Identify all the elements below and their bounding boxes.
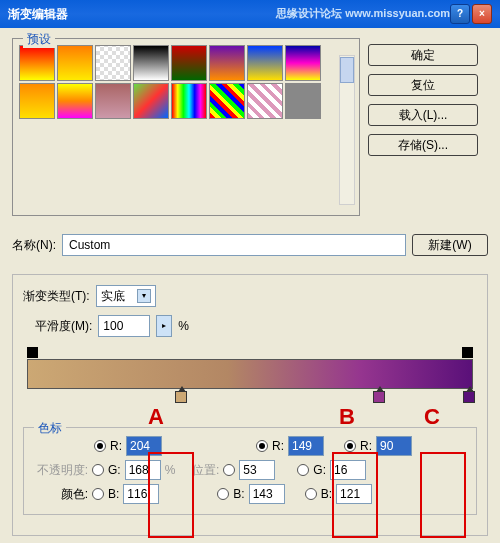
stops-legend: 色标 [34, 420, 66, 437]
marker-c: C [424, 404, 440, 430]
preset-swatch-14[interactable] [247, 83, 283, 119]
preset-swatch-4[interactable] [171, 45, 207, 81]
preset-swatch-15[interactable] [285, 83, 321, 119]
b-input-c[interactable] [336, 484, 372, 504]
b-input-b[interactable] [249, 484, 285, 504]
radio-b-b[interactable] [217, 488, 229, 500]
color-stop-a[interactable] [175, 391, 187, 403]
new-button[interactable]: 新建(W) [412, 234, 488, 256]
preset-swatch-3[interactable] [133, 45, 169, 81]
r-label-c: R: [360, 439, 372, 453]
g-label-c: G: [313, 463, 326, 477]
preset-swatch-10[interactable] [95, 83, 131, 119]
r-input-b[interactable] [288, 436, 324, 456]
preset-swatch-8[interactable] [19, 83, 55, 119]
save-button[interactable]: 存储(S)... [368, 134, 478, 156]
gradient-type-label: 渐变类型(T): [23, 288, 90, 305]
gradient-bar-wrap [27, 347, 473, 403]
b-label-b: B: [233, 487, 244, 501]
name-label: 名称(N): [12, 237, 56, 254]
preset-swatch-7[interactable] [285, 45, 321, 81]
g-input-a[interactable] [125, 460, 161, 480]
ok-button[interactable]: 确定 [368, 44, 478, 66]
preset-swatch-0[interactable] [19, 45, 55, 81]
radio-g-a[interactable] [92, 464, 104, 476]
radio-b-c[interactable] [305, 488, 317, 500]
radio-r-c[interactable] [344, 440, 356, 452]
g-input-b[interactable] [239, 460, 275, 480]
titlebar[interactable]: 渐变编辑器 思缘设计论坛 www.missyuan.com ? × [0, 0, 500, 28]
preset-swatch-1[interactable] [57, 45, 93, 81]
opacity-stop-left[interactable] [27, 347, 38, 358]
color-label: 颜色: [30, 486, 88, 503]
radio-b-a[interactable] [92, 488, 104, 500]
radio-r-a[interactable] [94, 440, 106, 452]
chevron-down-icon: ▾ [137, 289, 151, 303]
marker-b: B [339, 404, 355, 430]
preset-legend: 预设 [23, 31, 55, 48]
preset-swatch-2[interactable] [95, 45, 131, 81]
radio-r-b[interactable] [256, 440, 268, 452]
gradient-section: 渐变类型(T): 实底 ▾ 平滑度(M): 100 ▸ % [12, 274, 488, 536]
position-label-b: 位置: [179, 462, 219, 479]
pct-a: % [165, 463, 176, 477]
smoothness-label: 平滑度(M): [35, 318, 92, 335]
close-button[interactable]: × [472, 4, 492, 24]
radio-g-b[interactable] [223, 464, 235, 476]
opacity-label: 不透明度: [30, 462, 88, 479]
b-label-a: B: [108, 487, 119, 501]
g-input-c[interactable] [330, 460, 366, 480]
watermark: 思缘设计论坛 www.missyuan.com [276, 6, 450, 21]
preset-swatch-9[interactable] [57, 83, 93, 119]
smoothness-stepper[interactable]: ▸ [156, 315, 172, 337]
r-label-a: R: [110, 439, 122, 453]
color-stop-c[interactable] [463, 391, 475, 403]
r-label-b: R: [272, 439, 284, 453]
load-button[interactable]: 载入(L)... [368, 104, 478, 126]
gradient-type-select[interactable]: 实底 ▾ [96, 285, 156, 307]
preset-grid [19, 45, 323, 119]
help-button[interactable]: ? [450, 4, 470, 24]
r-input-c[interactable] [376, 436, 412, 456]
preset-swatch-13[interactable] [209, 83, 245, 119]
gradient-editor-window: 渐变编辑器 思缘设计论坛 www.missyuan.com ? × 预设 确定 … [0, 0, 500, 543]
r-input-a[interactable] [126, 436, 162, 456]
scrollbar-thumb[interactable] [340, 57, 354, 83]
marker-a: A [148, 404, 164, 430]
preset-swatch-11[interactable] [133, 83, 169, 119]
gradient-type-value: 实底 [101, 288, 125, 305]
b-label-c: B: [321, 487, 332, 501]
preset-swatch-5[interactable] [209, 45, 245, 81]
preset-scrollbar[interactable] [339, 55, 355, 205]
name-input[interactable] [62, 234, 406, 256]
preset-swatch-12[interactable] [171, 83, 207, 119]
reset-button[interactable]: 复位 [368, 74, 478, 96]
radio-g-c[interactable] [297, 464, 309, 476]
b-input-a[interactable] [123, 484, 159, 504]
stops-fieldset: 色标 R: R: R: 不透明度: [23, 427, 477, 515]
g-label-a: G: [108, 463, 121, 477]
preset-swatch-6[interactable] [247, 45, 283, 81]
color-stop-b[interactable] [373, 391, 385, 403]
opacity-stop-right[interactable] [462, 347, 473, 358]
smoothness-unit: % [178, 319, 189, 333]
gradient-bar[interactable] [27, 359, 473, 389]
preset-fieldset: 预设 [12, 38, 360, 216]
smoothness-input[interactable]: 100 [98, 315, 150, 337]
window-title: 渐变编辑器 [8, 6, 68, 23]
